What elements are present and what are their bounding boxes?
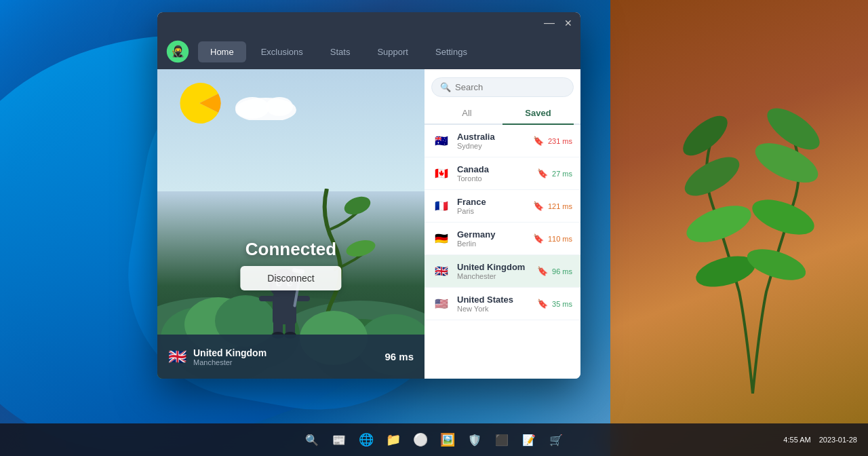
server-item-australia[interactable]: 🇦🇺 Australia Sydney 🔖 231 ms — [425, 125, 580, 157]
minimize-button[interactable]: — — [542, 16, 556, 30]
ping-france: 121 ms — [548, 202, 572, 210]
svg-point-2 — [677, 109, 734, 162]
taskbar-terminal-icon[interactable]: ⬛ — [490, 428, 514, 452]
city-australia: Sydney — [457, 142, 533, 150]
flag-uk: 🇬🇧 — [433, 265, 450, 278]
server-info-us: United States New York — [457, 294, 537, 313]
city-uk: Manchester — [457, 272, 537, 280]
nav-bar: 🥷 Home Exclusions Stats Support Settings — [157, 34, 580, 69]
svg-point-12 — [266, 97, 293, 116]
flag-germany: 🇩🇪 — [433, 232, 450, 246]
tab-all[interactable]: All — [431, 102, 502, 124]
status-country-name: United Kingdom — [193, 347, 267, 358]
taskbar-date: 2023-01-28 — [819, 436, 857, 444]
ping-us: 35 ms — [552, 300, 572, 308]
server-item-uk[interactable]: 🇬🇧 United Kingdom Manchester 🔖 96 ms — [425, 255, 580, 288]
server-item-canada[interactable]: 🇨🇦 Canada Toronto 🔖 27 ms — [425, 157, 580, 190]
taskbar-widgets-icon[interactable]: 📰 — [327, 428, 351, 452]
taskbar-icons: 🔍 📰 🌐 📁 ⚪ 🖼️ 🛡️ ⬛ 📝 🛒 — [300, 428, 568, 452]
app-window: — ✕ 🥷 Home Exclusions Stats Support Sett… — [157, 12, 580, 379]
bookmark-icon-canada: 🔖 — [537, 168, 548, 178]
city-france: Paris — [457, 207, 533, 215]
country-france: France — [457, 197, 533, 207]
svg-point-0 — [679, 149, 745, 204]
plant-decoration — [658, 54, 848, 394]
taskbar-right: 4:55 AM 2023-01-28 — [783, 436, 857, 444]
sun-container — [174, 81, 225, 128]
search-bar: 🔍 — [425, 69, 580, 102]
svg-point-4 — [682, 198, 755, 250]
server-item-germany[interactable]: 🇩🇪 Germany Berlin 🔖 110 ms — [425, 223, 580, 255]
app-logo: 🥷 — [165, 39, 190, 64]
city-germany: Berlin — [457, 240, 533, 248]
disconnect-button[interactable]: Disconnect — [240, 266, 341, 290]
ping-uk: 96 ms — [552, 267, 572, 276]
close-button[interactable]: ✕ — [561, 16, 575, 30]
status-connection-info: 🇬🇧 United Kingdom Manchester — [168, 347, 267, 366]
svg-rect-33 — [259, 296, 274, 301]
bookmark-icon-us: 🔖 — [537, 299, 548, 309]
flag-australia: 🇦🇺 — [433, 134, 450, 148]
country-australia: Australia — [457, 132, 533, 142]
country-uk: United Kingdom — [457, 262, 537, 272]
bookmark-icon-uk: 🔖 — [537, 266, 548, 276]
right-panel: 🔍 All Saved 🇦🇺 Australia Sydney — [425, 69, 580, 379]
server-info-germany: Germany Berlin — [457, 229, 533, 248]
server-right-canada: 🔖 27 ms — [537, 168, 572, 178]
title-bar: — ✕ — [157, 12, 580, 34]
ping-australia: 231 ms — [548, 137, 572, 145]
taskbar-photos-icon[interactable]: 🖼️ — [435, 428, 460, 452]
server-info-canada: Canada Toronto — [457, 164, 537, 183]
taskbar-store-icon[interactable]: 🛒 — [544, 428, 568, 452]
flag-france: 🇫🇷 — [433, 200, 450, 213]
bookmark-icon-france: 🔖 — [533, 201, 544, 211]
status-city-name: Manchester — [193, 358, 267, 366]
taskbar-vpn-icon[interactable]: 🛡️ — [462, 428, 487, 452]
bookmark-icon-australia: 🔖 — [533, 136, 544, 146]
left-panel: Connected Disconnect 🇬🇧 United Kingdom M… — [157, 69, 425, 379]
city-us: New York — [457, 305, 537, 313]
nav-tab-support[interactable]: Support — [365, 41, 420, 62]
server-right-germany: 🔖 110 ms — [533, 233, 572, 244]
bookmark-icon-germany: 🔖 — [533, 233, 544, 244]
taskbar-explorer-icon[interactable]: 📁 — [381, 428, 406, 452]
country-us: United States — [457, 294, 537, 305]
taskbar-search-icon[interactable]: 🔍 — [300, 428, 324, 452]
status-flag-icon: 🇬🇧 — [168, 348, 186, 366]
title-bar-controls: — ✕ — [542, 16, 575, 30]
server-right-uk: 🔖 96 ms — [537, 266, 572, 276]
nav-tab-stats[interactable]: Stats — [318, 41, 363, 62]
server-item-us[interactable]: 🇺🇸 United States New York 🔖 35 ms — [425, 288, 580, 320]
ping-canada: 27 ms — [552, 170, 572, 178]
svg-point-16 — [342, 193, 373, 218]
status-location: United Kingdom Manchester — [193, 347, 267, 366]
cloud-1 — [232, 93, 300, 123]
server-info-uk: United Kingdom Manchester — [457, 262, 537, 280]
svg-point-7 — [743, 243, 809, 286]
city-canada: Toronto — [457, 174, 537, 183]
country-canada: Canada — [457, 164, 537, 174]
main-content: Connected Disconnect 🇬🇧 United Kingdom M… — [157, 69, 580, 379]
server-item-france[interactable]: 🇫🇷 France Paris 🔖 121 ms — [425, 190, 580, 223]
taskbar-chrome-icon[interactable]: ⚪ — [408, 428, 433, 452]
server-tabs: All Saved — [425, 102, 580, 125]
nav-tab-exclusions[interactable]: Exclusions — [249, 41, 315, 62]
server-right-australia: 🔖 231 ms — [533, 136, 572, 146]
server-right-us: 🔖 35 ms — [537, 299, 572, 309]
search-input-wrap[interactable]: 🔍 — [431, 77, 574, 97]
server-info-france: France Paris — [457, 197, 533, 215]
taskbar-notes-icon[interactable]: 📝 — [517, 428, 541, 452]
sun-icon — [174, 81, 225, 126]
tab-saved[interactable]: Saved — [502, 102, 574, 124]
taskbar: 🔍 📰 🌐 📁 ⚪ 🖼️ 🛡️ ⬛ 📝 🛒 4:55 AM 2023-01-28 — [0, 423, 868, 456]
nav-tab-settings[interactable]: Settings — [423, 41, 479, 62]
taskbar-edge-icon[interactable]: 🌐 — [354, 428, 378, 452]
country-germany: Germany — [457, 229, 533, 240]
nav-tab-home[interactable]: Home — [198, 41, 246, 62]
server-list: 🇦🇺 Australia Sydney 🔖 231 ms 🇨🇦 Canada — [425, 125, 580, 379]
flag-canada: 🇨🇦 — [433, 167, 450, 180]
search-input[interactable] — [455, 82, 565, 92]
taskbar-time: 4:55 AM — [783, 436, 810, 444]
bg-right — [610, 0, 868, 456]
search-icon: 🔍 — [440, 82, 451, 92]
